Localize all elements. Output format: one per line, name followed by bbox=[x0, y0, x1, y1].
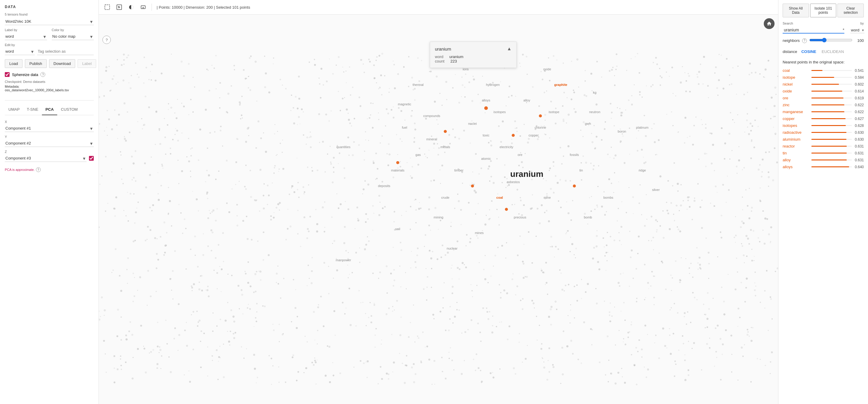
publish-button[interactable]: Publish bbox=[25, 59, 47, 68]
nearest-word[interactable]: isotope bbox=[783, 75, 810, 79]
neighbors-slider[interactable] bbox=[809, 38, 852, 42]
dataset-select[interactable]: Word2Vec 10K bbox=[5, 18, 94, 25]
nearest-bar-wrap bbox=[811, 160, 852, 160]
svg-point-1589 bbox=[522, 167, 524, 168]
svg-point-1828 bbox=[384, 75, 385, 76]
pca-approx-help-icon[interactable]: ? bbox=[36, 167, 41, 172]
svg-point-1760 bbox=[709, 347, 710, 348]
nearest-word[interactable]: ore bbox=[783, 96, 810, 100]
by-select[interactable]: word bbox=[850, 27, 864, 33]
svg-point-985 bbox=[197, 266, 199, 268]
svg-point-1211 bbox=[309, 278, 310, 279]
svg-point-527 bbox=[456, 309, 458, 311]
svg-point-733 bbox=[133, 240, 134, 242]
nearest-item[interactable]: radioactive 0.630 bbox=[783, 129, 864, 136]
nearest-word[interactable]: alloy bbox=[783, 158, 810, 162]
x-axis-select[interactable]: Component #1 bbox=[5, 125, 94, 132]
distance-cosine-option[interactable]: COSINE bbox=[800, 49, 817, 55]
select-box-icon[interactable] bbox=[102, 2, 112, 12]
label-by-select[interactable]: word bbox=[5, 33, 47, 40]
svg-point-1873 bbox=[282, 168, 284, 170]
nearest-word[interactable]: copper bbox=[783, 116, 810, 121]
svg-point-509 bbox=[621, 226, 622, 228]
z-axis-checkbox[interactable] bbox=[89, 156, 94, 161]
svg-point-1201 bbox=[659, 68, 660, 69]
svg-point-1604 bbox=[771, 97, 773, 99]
nearest-item[interactable]: isotope 0.584 bbox=[783, 74, 864, 80]
nearest-word[interactable]: radioactive bbox=[783, 130, 810, 135]
svg-point-1097 bbox=[671, 67, 673, 69]
nearest-item[interactable]: alloy 0.631 bbox=[783, 157, 864, 163]
nearest-item[interactable]: coal 0.541 bbox=[783, 67, 864, 74]
home-button[interactable] bbox=[764, 18, 775, 29]
sphereize-help-icon[interactable]: ? bbox=[40, 72, 45, 77]
isolate-points-button[interactable]: Isolate 101 points bbox=[810, 4, 837, 18]
svg-point-1925 bbox=[270, 219, 272, 221]
tab-custom[interactable]: CUSTOM bbox=[57, 104, 81, 115]
pca-approx-note: PCA is approximate. ? bbox=[5, 167, 94, 172]
color-by-select-container[interactable]: No color map ▾ bbox=[52, 33, 94, 40]
nearest-item[interactable]: alloys 0.640 bbox=[783, 164, 864, 170]
download-button[interactable]: Download bbox=[49, 59, 75, 68]
edit-by-select-container[interactable]: word ▾ bbox=[5, 48, 35, 55]
tab-tsne[interactable]: T-SNE bbox=[23, 104, 42, 115]
tab-umap[interactable]: UMAP bbox=[5, 104, 23, 115]
search-input-wrap[interactable]: * bbox=[783, 27, 844, 34]
nearest-word[interactable]: manganese bbox=[783, 109, 810, 114]
distance-euclidean-option[interactable]: EUCLIDEAN bbox=[820, 49, 845, 55]
nearest-item[interactable]: copper 0.627 bbox=[783, 115, 864, 122]
nearest-item[interactable]: isotopes 0.628 bbox=[783, 123, 864, 129]
nearest-word[interactable]: reactor bbox=[783, 144, 810, 148]
edit-by-select[interactable]: word bbox=[5, 48, 35, 55]
nearest-word[interactable]: tin bbox=[783, 151, 810, 155]
svg-point-1310 bbox=[747, 329, 748, 330]
nearest-item[interactable]: nickel 0.602 bbox=[783, 81, 864, 88]
label-by-select-container[interactable]: word ▾ bbox=[5, 33, 47, 40]
load-button[interactable]: Load bbox=[5, 59, 23, 68]
neighbors-help-icon[interactable]: ? bbox=[802, 38, 807, 43]
svg-point-1728 bbox=[737, 173, 738, 174]
nearest-word[interactable]: aluminium bbox=[783, 137, 810, 141]
svg-point-538 bbox=[348, 119, 350, 121]
nearest-word[interactable]: zinc bbox=[783, 103, 810, 107]
x-axis-select-container[interactable]: Component #1 ▾ bbox=[5, 125, 94, 132]
z-axis-select-container[interactable]: Component #3 ▾ bbox=[5, 155, 87, 162]
tab-pca[interactable]: PCA bbox=[42, 104, 57, 115]
tag-input-wrapper[interactable] bbox=[37, 48, 94, 55]
svg-point-1253 bbox=[699, 264, 701, 266]
viz-area[interactable]: ? uranium ▲ word uranium count 223 ionso… bbox=[99, 15, 778, 404]
nearest-word[interactable]: coal bbox=[783, 68, 810, 73]
dataset-select-container[interactable]: Word2Vec 10K ▾ bbox=[5, 18, 94, 25]
nearest-word[interactable]: isotopes bbox=[783, 123, 810, 128]
nearest-word[interactable]: nickel bbox=[783, 82, 810, 87]
nearest-item[interactable]: tin 0.631 bbox=[783, 150, 864, 156]
nearest-word[interactable]: alloys bbox=[783, 165, 810, 169]
color-by-select[interactable]: No color map bbox=[52, 33, 94, 40]
nearest-item[interactable]: zinc 0.622 bbox=[783, 102, 864, 108]
nearest-item[interactable]: manganese 0.622 bbox=[783, 109, 864, 115]
popup-close-icon[interactable]: ▲ bbox=[507, 46, 512, 52]
nearest-item[interactable]: ore 0.619 bbox=[783, 95, 864, 101]
clear-selection-button[interactable]: Clear selection bbox=[837, 4, 864, 18]
nearest-word[interactable]: oxide bbox=[783, 89, 810, 93]
neighbors-slider-wrap[interactable] bbox=[809, 38, 852, 43]
y-axis-select[interactable]: Component #2 bbox=[5, 140, 94, 147]
tag-input[interactable] bbox=[38, 49, 93, 54]
night-mode-icon[interactable] bbox=[126, 2, 136, 12]
nearest-item[interactable]: oxide 0.614 bbox=[783, 88, 864, 94]
svg-point-965 bbox=[325, 375, 327, 377]
sphereize-checkbox[interactable] bbox=[5, 72, 9, 77]
select-point-icon[interactable] bbox=[115, 2, 124, 12]
help-button[interactable]: ? bbox=[102, 36, 111, 44]
svg-point-1620 bbox=[368, 317, 369, 318]
svg-point-1454 bbox=[490, 140, 492, 142]
y-axis-select-container[interactable]: Component #2 ▾ bbox=[5, 140, 94, 147]
label-mode-icon[interactable]: A bbox=[138, 2, 148, 12]
nearest-item[interactable]: reactor 0.631 bbox=[783, 143, 864, 149]
search-input[interactable] bbox=[783, 27, 843, 33]
show-all-data-button[interactable]: Show All Data bbox=[783, 4, 809, 18]
nearest-item[interactable]: aluminium 0.630 bbox=[783, 136, 864, 142]
svg-point-1278 bbox=[655, 154, 656, 155]
z-axis-select[interactable]: Component #3 bbox=[5, 155, 87, 162]
svg-point-1457 bbox=[233, 333, 235, 335]
